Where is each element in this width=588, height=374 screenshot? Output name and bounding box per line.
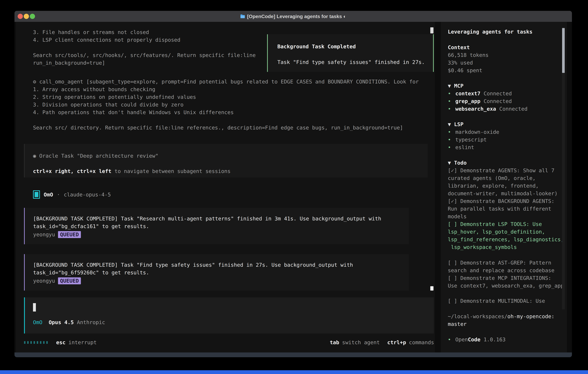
- esc-key-label: interrupt: [68, 339, 97, 346]
- tool-output-line: 4. LSP client connections not properly d…: [33, 36, 180, 44]
- mcp-item-name: websearch_exa: [455, 105, 496, 113]
- todo-line: librarian, explore, frontend,: [448, 182, 562, 190]
- sidebar-scrollbar-track[interactable]: [562, 27, 565, 309]
- agent-header: OmO · claude-opus-4-5: [33, 190, 111, 199]
- lsp-item: •typescript: [448, 136, 562, 144]
- window-footer-strip: [14, 353, 572, 357]
- mcp-item-name: context7: [455, 90, 480, 97]
- todo-line: curated agents (OmO, oracle,: [448, 174, 562, 182]
- opencode-window: [OpenCode] Leveraging agents for tasks ◐…: [14, 11, 572, 357]
- chevron-down-icon: ▼: [448, 83, 451, 89]
- todo-line: Run parallel tasks with different: [448, 205, 562, 213]
- tool-call-item: 1. Array access without bounds checking: [33, 85, 155, 93]
- lsp-item-name: eslint: [455, 144, 474, 151]
- tool-call-line: ⚙ call_omo_agent [subagent_type=explore,…: [33, 78, 419, 85]
- lsp-item-name: typescript: [455, 136, 487, 144]
- mcp-item-status: Connected: [483, 97, 512, 105]
- context-tokens: 66,518 tokens: [448, 51, 562, 59]
- context-heading: Context: [448, 43, 562, 51]
- tool-call-item: 2. String operations on potentially unde…: [33, 93, 196, 101]
- lsp-item-name: markdown-oxide: [455, 128, 499, 136]
- gear-icon: ⚙: [33, 79, 36, 85]
- oracle-hint-rest: to navigate between subagent sessions: [111, 168, 231, 174]
- app-name-bold: Code: [468, 336, 481, 343]
- todo-line: [✓] Demonstrate AGENTS: Show all 7: [448, 166, 562, 174]
- window-title: [OpenCode] Leveraging agents for tasks ◐: [247, 14, 346, 19]
- tab-key-label: switch agent: [342, 339, 380, 346]
- input-provider-name: Anthropic: [77, 319, 105, 325]
- folder-icon: [240, 14, 245, 18]
- todo-line-active: lsp_workspace_symbols: [448, 243, 562, 251]
- task-user: yeongyu: [33, 231, 55, 238]
- todo-section-header[interactable]: ▼ Todo: [448, 159, 562, 166]
- mcp-item: •websearch_exaConnected: [448, 105, 562, 113]
- tool-call-line: Search src/ directory. Return specific f…: [33, 124, 403, 132]
- desktop-bottom-strip: [0, 370, 588, 374]
- workspace-path-main: oh-my-opencode:: [507, 313, 555, 319]
- task-line: task_id="bg_6f59260c" to get results.: [33, 269, 409, 276]
- app-version: 1.0.163: [483, 336, 505, 343]
- status-badge: QUEUED: [58, 277, 81, 284]
- oracle-task-title: ◉ Oracle Task "Deep architecture review": [33, 152, 428, 160]
- mcp-section-header[interactable]: ▼ MCP: [448, 82, 562, 90]
- tool-output-line: 3. File handles or streams not closed: [33, 28, 149, 36]
- oracle-hint-keys: ctrl+x right, ctrl+x left: [33, 168, 111, 174]
- background-task-toast: Background Task Completed Task "Find typ…: [267, 34, 434, 72]
- agent-model: claude-opus-4-5: [64, 191, 111, 198]
- toast-body: Task "Find type safety issues" finished …: [277, 58, 433, 66]
- sidebar-scrollbar-thumb[interactable]: [562, 28, 565, 73]
- oracle-task-card[interactable]: ◉ Oracle Task "Deep architecture review"…: [24, 144, 428, 177]
- input-model-name: Opus 4.5: [49, 319, 74, 325]
- status-badge: QUEUED: [58, 231, 81, 238]
- todo-line-active: [ ] Demonstrate LSP TOOLS: Use: [448, 220, 562, 228]
- toast-title: Background Task Completed: [277, 43, 433, 50]
- tool-output-line: Search src/tools/, src/hooks/, src/featu…: [33, 51, 256, 59]
- text-cursor: [33, 303, 36, 312]
- mcp-heading: MCP: [454, 83, 463, 89]
- status-dot-icon: •: [448, 336, 455, 343]
- chat-scrollbar-thumb-bottom[interactable]: [430, 286, 433, 291]
- status-bar: esc interrupt tab switch agent ctrl+p co…: [24, 339, 434, 346]
- todo-heading: Todo: [454, 160, 467, 166]
- agent-omo-icon: [33, 190, 40, 199]
- status-dot-icon: •: [448, 144, 455, 151]
- status-dot-icon: •: [448, 90, 455, 97]
- lsp-item: •markdown-oxide: [448, 128, 562, 136]
- task-line: [BACKGROUND TASK COMPLETED] Task "Find t…: [33, 261, 409, 269]
- todo-line: [ ] Demonstrate MULTIMODAL: Use: [448, 297, 562, 305]
- tool-output-line: run_in_background=true]: [33, 59, 105, 67]
- tab-key-hint: tab: [330, 339, 339, 346]
- todo-line: [✓] Demonstrate BACKGROUND AGENTS:: [448, 197, 562, 205]
- context-used: 33% used: [448, 59, 562, 67]
- input-model-row[interactable]: OmO Opus 4.5 Anthropic: [33, 319, 434, 326]
- sidebar: Leveraging agents for tasks Context 66,5…: [441, 22, 567, 353]
- mcp-item: •context7Connected: [448, 90, 562, 97]
- title-bar: [OpenCode] Leveraging agents for tasks ◐: [14, 11, 572, 22]
- agent-separator: ·: [57, 191, 60, 198]
- todo-line: search and replace across codebase: [448, 267, 562, 274]
- status-dot-icon: •: [448, 97, 455, 105]
- tool-call-item: 3. Division operations that could divide…: [33, 101, 183, 108]
- agent-name: OmO: [44, 191, 53, 198]
- prompt-input[interactable]: OmO Opus 4.5 Anthropic: [24, 297, 434, 333]
- status-dot-icon: •: [448, 136, 455, 144]
- todo-line: [ ] Demonstrate MCP INTEGRATIONS:: [448, 274, 562, 282]
- status-dot-icon: •: [448, 128, 455, 136]
- task-user: yeongyu: [33, 278, 55, 284]
- task-meta: yeongyuQUEUED: [33, 231, 409, 238]
- todo-line: document-writer, multimodal-looker): [448, 190, 562, 197]
- task-message: [BACKGROUND TASK COMPLETED] Task "Resear…: [24, 208, 409, 244]
- todo-line: [ ] Demonstrate AST-GREP: Pattern: [448, 259, 562, 267]
- task-message: [BACKGROUND TASK COMPLETED] Task "Find t…: [24, 254, 409, 291]
- workspace-path: ~/local-workspaces/oh-my-opencode:: [448, 312, 562, 320]
- input-agent-name: OmO: [33, 319, 42, 325]
- app-name-normal: Open: [455, 336, 468, 343]
- ctrlp-key-hint: ctrl+p: [387, 339, 406, 346]
- todo-line-active: lsp_hover, lsp_goto_definition,: [448, 228, 562, 236]
- task-line: task_id="bg_dcfac161" to get results.: [33, 222, 409, 230]
- task-meta: yeongyuQUEUED: [33, 277, 409, 285]
- version-row: •OpenCode1.0.163: [448, 336, 562, 343]
- chevron-down-icon: ▼: [448, 121, 451, 127]
- chat-scrollbar-thumb-top[interactable]: [430, 27, 433, 33]
- lsp-section-header[interactable]: ▼ LSP: [448, 120, 562, 128]
